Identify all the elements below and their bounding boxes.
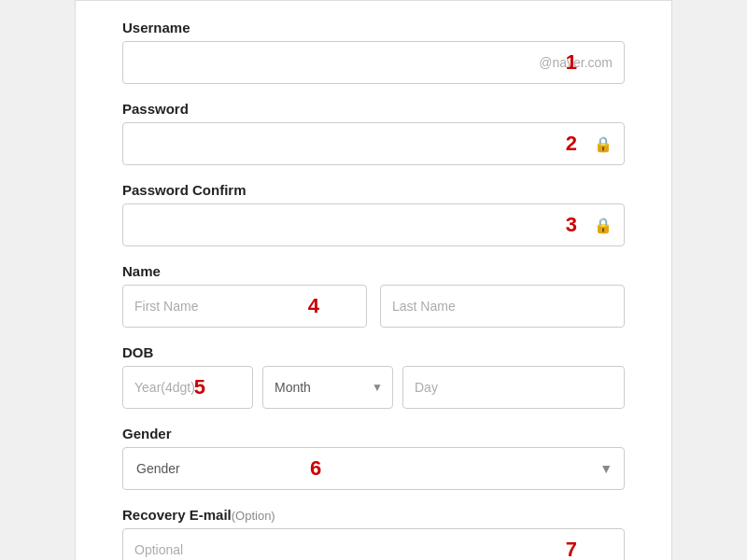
recovery-email-group: Recovery E-mail(Option) 7 (122, 507, 625, 560)
last-name-input[interactable] (381, 286, 624, 327)
username-label: Username (122, 20, 625, 35)
gender-group: Gender Gender Male Female Other 6 ▼ (122, 426, 625, 490)
gender-select[interactable]: Gender Male Female Other (123, 448, 624, 489)
password-input-wrapper: 2 🔒 (122, 122, 625, 165)
username-suffix: @naver.com (539, 55, 624, 70)
recovery-optional-tag: (Option) (232, 509, 275, 523)
dob-month-select[interactable]: Month January February March April May J… (263, 367, 392, 408)
recovery-email-label: Recovery E-mail(Option) (122, 507, 625, 523)
name-group: Name 4 (122, 263, 625, 328)
dob-group: DOB 5 Month January February March April… (122, 344, 625, 409)
password-confirm-input[interactable] (123, 204, 594, 245)
password-group: Password 2 🔒 (122, 101, 625, 165)
username-group: Username 1 @naver.com (122, 20, 625, 84)
form-container: Username 1 @naver.com Password 2 🔒 Passw… (75, 0, 672, 560)
last-name-wrapper (380, 285, 625, 328)
dob-day-wrapper (402, 366, 625, 409)
dob-year-wrapper: 5 (122, 366, 253, 409)
name-row: 4 (122, 285, 625, 328)
gender-wrapper: Gender Male Female Other 6 ▼ (122, 447, 625, 490)
dob-day-input[interactable] (403, 367, 624, 408)
password-confirm-input-wrapper: 3 🔒 (122, 203, 625, 246)
password-confirm-group: Password Confirm 3 🔒 (122, 182, 625, 246)
lock-icon-confirm: 🔒 (594, 217, 624, 234)
gender-label: Gender (122, 426, 625, 441)
first-name-input[interactable] (123, 286, 366, 327)
dob-label: DOB (122, 344, 625, 360)
recovery-email-wrapper: 7 (122, 528, 625, 560)
username-input-wrapper: 1 @naver.com (122, 41, 625, 84)
password-input[interactable] (123, 123, 594, 164)
password-confirm-label: Password Confirm (122, 182, 625, 198)
dob-month-wrapper: Month January February March April May J… (262, 366, 393, 409)
first-name-wrapper: 4 (122, 285, 367, 328)
recovery-email-input[interactable] (123, 529, 624, 560)
password-label: Password (122, 101, 625, 117)
dob-row: 5 Month January February March April May… (122, 366, 625, 409)
username-input[interactable] (123, 42, 539, 83)
name-label: Name (122, 263, 625, 279)
lock-icon: 🔒 (594, 135, 624, 153)
